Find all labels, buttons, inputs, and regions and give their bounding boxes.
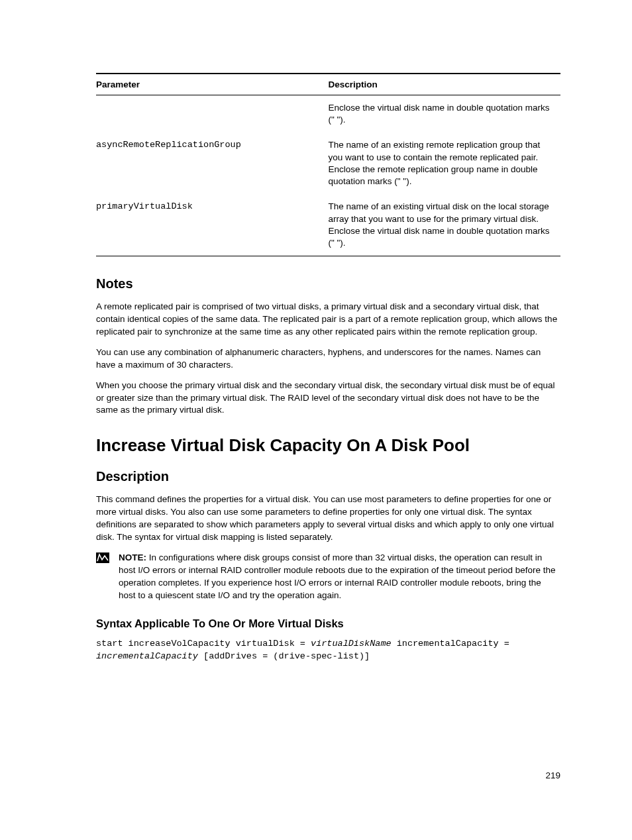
param-cell <box>96 95 329 133</box>
note-content: NOTE: In configurations where disk group… <box>119 552 560 602</box>
table-header-description: Description <box>329 74 561 95</box>
table-row: asyncRemoteReplicationGroup The name of … <box>96 132 560 194</box>
param-cell: primaryVirtualDisk <box>96 194 329 256</box>
note-label: NOTE: <box>119 552 149 562</box>
table-header-row: Parameter Description <box>96 74 560 95</box>
notes-paragraph: A remote replicated pair is comprised of… <box>96 301 560 339</box>
syntax-code: start increaseVolCapacity virtualDisk = … <box>96 638 560 663</box>
description-heading: Description <box>96 469 560 484</box>
notes-paragraph: You can use any combination of alphanume… <box>96 346 560 372</box>
table-row: primaryVirtualDisk The name of an existi… <box>96 194 560 256</box>
note-text: In configurations where disk groups cons… <box>119 552 556 600</box>
note-icon <box>96 552 111 602</box>
syntax-variable: incrementalCapacity <box>96 651 198 661</box>
syntax-text: incrementalCapacity = <box>392 639 515 649</box>
desc-cell: The name of an existing remote replicati… <box>329 132 561 194</box>
desc-cell: Enclose the virtual disk name in double … <box>329 95 561 133</box>
table-row: Enclose the virtual disk name in double … <box>96 95 560 133</box>
description-paragraph: This command defines the properties for … <box>96 494 560 544</box>
syntax-text: start increaseVolCapacity virtualDisk = <box>96 639 311 649</box>
table-header-parameter: Parameter <box>96 74 329 95</box>
desc-cell: The name of an existing virtual disk on … <box>329 194 561 256</box>
note-block: NOTE: In configurations where disk group… <box>96 552 560 602</box>
page-number: 219 <box>545 770 560 780</box>
syntax-variable: virtualDiskName <box>311 639 392 649</box>
syntax-text: [addDrives = (drive-spec-list)] <box>198 651 370 661</box>
parameter-table: Parameter Description Enclose the virtua… <box>96 73 560 256</box>
notes-heading: Notes <box>96 276 560 291</box>
param-cell: asyncRemoteReplicationGroup <box>96 132 329 194</box>
notes-paragraph: When you choose the primary virtual disk… <box>96 380 560 417</box>
section-heading: Increase Virtual Disk Capacity On A Disk… <box>96 435 560 456</box>
document-page: Parameter Description Enclose the virtua… <box>0 0 632 663</box>
syntax-heading: Syntax Applicable To One Or More Virtual… <box>96 617 560 630</box>
